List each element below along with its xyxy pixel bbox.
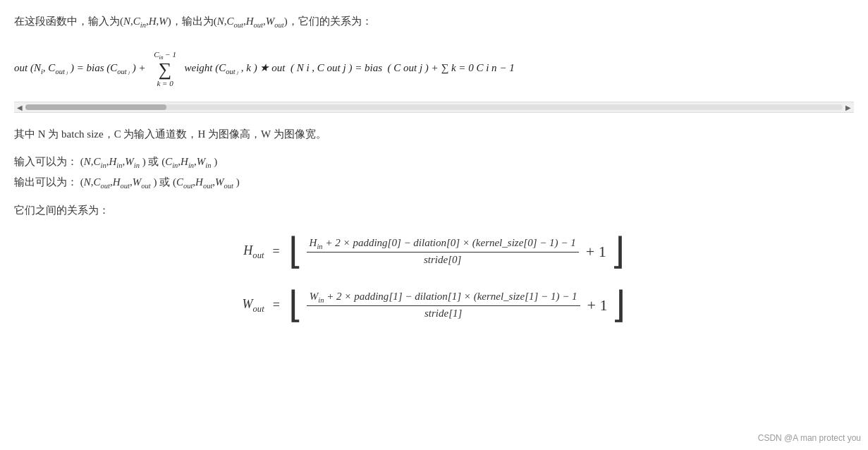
desc-line1: 其中 N 为 batch size，C 为输入通道数，H 为图像高，W 为图像宽… (14, 124, 854, 145)
scroll-left-arrow[interactable]: ◀ (14, 104, 25, 111)
scrollbar[interactable]: ◀ ▶ (14, 102, 854, 113)
relation-header: 它们之间的关系为： (14, 200, 854, 221)
input-line: 输入可以为： (N,Cin,Hin,Win ) 或 (Cin,Hin,Win ) (14, 152, 854, 173)
wout-formula: Wout = ⌊ Win + 2 × padding[1] − dilation… (14, 287, 854, 324)
hout-formula: Hout = ⌊ Hin + 2 × padding[0] − dilation… (14, 233, 854, 270)
intro-text: 在这段函数中，输入为(N,Cin,H,W)，输出为(N,Cout,Hout,Wo… (14, 13, 854, 32)
description-block: 其中 N 为 batch size，C 为输入通道数，H 为图像高，W 为图像宽… (14, 124, 854, 145)
formula-line-1: out (Ni, Cout j ) = bias (Cout j ) + Cin… (14, 44, 854, 96)
scroll-right-arrow[interactable]: ▶ (843, 104, 854, 111)
scrollbar-track[interactable] (25, 104, 843, 110)
formula-scroll-area[interactable]: out (Ni, Cout j ) = bias (Cout j ) + Cin… (14, 44, 854, 96)
output-line: 输出可以为： (N,Cout,Hout,Wout ) 或 (Cout,Hout,… (14, 172, 854, 193)
input-output-desc: 输入可以为： (N,Cin,Hin,Win ) 或 (Cin,Hin,Win )… (14, 152, 854, 194)
scrollbar-thumb[interactable] (25, 104, 166, 110)
